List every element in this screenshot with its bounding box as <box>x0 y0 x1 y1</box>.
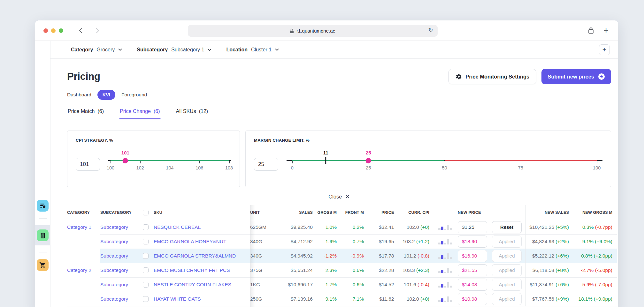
new-gross-m-cell: -5.9% (-7.0pp) <box>573 277 617 292</box>
new-price-input[interactable]: $21.55 <box>458 264 487 276</box>
table-header-row: CATEGORY SUBCATEGORY SKU UNIT SALES GROS… <box>67 205 617 220</box>
pill-kvi[interactable]: KVI <box>97 90 115 100</box>
close-icon: ✕ <box>345 193 349 200</box>
select-all-checkbox[interactable] <box>143 210 149 215</box>
share-button[interactable] <box>588 27 594 34</box>
tab-all-skus[interactable]: All SKUs (12) <box>175 109 209 119</box>
header-unit: UNIT <box>250 205 279 220</box>
subcategory-cell: Subcategory <box>100 277 138 292</box>
subcategory-link[interactable]: Subcategory <box>100 296 128 302</box>
new-price-cell: $21.55 <box>458 263 492 277</box>
row-checkbox[interactable] <box>143 296 149 302</box>
reload-button[interactable]: ↻ <box>428 26 433 34</box>
cpi-distribution-cell <box>434 263 458 277</box>
chevron-down-icon <box>208 49 211 51</box>
new-price-input[interactable]: $14.08 <box>458 279 487 291</box>
applied-button[interactable]: Applied <box>492 279 522 291</box>
category-cell: Category 2 <box>67 263 100 277</box>
cpi-distribution-chart <box>438 239 452 244</box>
subcategory-link[interactable]: Subcategory <box>100 253 128 258</box>
new-tab-button[interactable]: + <box>603 26 609 35</box>
gross-m-cell: 1.9% <box>317 234 341 249</box>
table-row: SubcategoryNESTLE CONTRY CORN FLAKES1KG$… <box>67 277 617 292</box>
sku-link[interactable]: EMCO GARNOLA HONEY&NUT <box>154 239 226 244</box>
action-cell: Applied <box>492 277 525 292</box>
cpi-strategy-input[interactable] <box>76 158 100 171</box>
forward-button[interactable] <box>95 28 100 34</box>
close-window-button[interactable] <box>43 28 48 33</box>
category-filter-value: Grocery <box>96 47 115 53</box>
subcategory-link[interactable]: Subcategory <box>100 282 128 287</box>
sales-cell: $5,651.24 <box>279 263 317 277</box>
view-switcher: Dashboard KVI Foreground <box>67 90 611 100</box>
pill-foreground[interactable]: Foreground <box>121 92 147 98</box>
applied-button[interactable]: Applied <box>492 264 522 276</box>
cpi-distribution-chart <box>438 267 452 273</box>
unit-cell: 1KG <box>250 277 279 292</box>
sidebar-item-cart[interactable] <box>37 259 49 271</box>
applied-button[interactable]: Applied <box>492 293 522 305</box>
subcategory-link[interactable]: Subcategory <box>100 239 128 244</box>
address-bar[interactable]: r1.quantumone.ae ↻ <box>188 25 438 37</box>
sidebar-selected-band <box>35 225 50 245</box>
row-checkbox[interactable] <box>143 239 149 244</box>
margin-limit-input[interactable] <box>254 158 278 171</box>
sku-link[interactable]: NESQUICK CEREAL <box>154 224 201 230</box>
table-row: SubcategoryHAYAT WHITE OATS250G$7,139.16… <box>67 292 617 306</box>
margin-limit-slider[interactable]: 02550751001125 <box>287 154 602 175</box>
row-checkbox[interactable] <box>143 267 149 273</box>
back-button[interactable] <box>79 28 83 34</box>
new-gross-m-cell: 0.3% (-0.7pp) <box>573 220 617 234</box>
new-price-input[interactable]: $18.90 <box>458 236 487 248</box>
sku-link[interactable]: EMCO GARNOLA STRBRY&ALMND <box>154 253 236 258</box>
applied-button[interactable]: Applied <box>492 236 522 248</box>
maximize-window-button[interactable] <box>59 28 63 33</box>
subcategory-link[interactable]: Subcategory <box>100 224 128 230</box>
cpi-distribution-cell <box>434 292 458 306</box>
checkbox-cell <box>138 249 154 263</box>
sidebar-item-pricing-calculator[interactable] <box>37 229 49 241</box>
new-gross-m-cell: -2.7% (-5.0pp) <box>573 263 617 277</box>
new-price-input[interactable]: 31.25 <box>458 221 487 233</box>
slider-handle[interactable] <box>123 158 128 163</box>
reset-button[interactable]: Reset <box>492 221 522 233</box>
sidebar-item-reports[interactable] <box>37 200 49 212</box>
category-filter[interactable]: Category Grocery <box>71 47 122 53</box>
new-price-input[interactable]: $16.90 <box>458 250 487 262</box>
slider-tick <box>111 161 111 163</box>
row-checkbox[interactable] <box>143 253 149 259</box>
slider-handle[interactable] <box>366 158 371 163</box>
category-cell: Category 1 <box>67 220 100 234</box>
chevron-left-icon <box>79 28 83 34</box>
unit-cell: 250G <box>250 292 279 306</box>
sku-link[interactable]: HAYAT WHITE OATS <box>154 296 201 302</box>
minimize-window-button[interactable] <box>51 28 56 33</box>
applied-button[interactable]: Applied <box>492 250 522 262</box>
subcategory-filter[interactable]: Subcategory Subcategory 1 <box>137 47 211 53</box>
row-checkbox[interactable] <box>143 282 149 288</box>
sku-cell: EMCO MUSLI CRNCHY FRT PCS <box>154 263 250 277</box>
subcategory-cell: Subcategory <box>100 220 138 234</box>
tab-price-change[interactable]: Price Change (6) <box>119 109 161 119</box>
sku-link[interactable]: EMCO MUSLI CRNCHY FRT PCS <box>154 267 230 273</box>
new-price-input[interactable]: $10.98 <box>458 293 487 305</box>
sales-cell: $4,712.92 <box>279 234 317 249</box>
checkbox-cell <box>138 234 154 249</box>
subcategory-cell: Subcategory <box>100 249 138 263</box>
add-filter-button[interactable]: + <box>599 44 610 55</box>
pill-dashboard[interactable]: Dashboard <box>67 92 91 98</box>
cpi-strategy-slider[interactable]: 100102104106108101 <box>108 154 231 175</box>
slider-tick <box>445 161 445 163</box>
location-filter[interactable]: Location Cluster 1 <box>226 47 279 53</box>
tab-price-match[interactable]: Price Match (6) <box>67 109 104 119</box>
close-panels-button[interactable]: Close ✕ <box>67 193 611 200</box>
sku-link[interactable]: NESTLE CONTRY CORN FLAKES <box>154 282 231 287</box>
row-checkbox[interactable] <box>143 224 149 230</box>
submit-new-prices-button[interactable]: Submit new prices <box>541 69 611 84</box>
category-link[interactable]: Category 1 <box>67 224 91 230</box>
category-cell <box>67 277 100 292</box>
unit-cell: 375G <box>250 263 279 277</box>
category-link[interactable]: Category 2 <box>67 267 91 273</box>
subcategory-link[interactable]: Subcategory <box>100 267 128 273</box>
price-monitoring-settings-button[interactable]: Price Monitoring Settings <box>448 69 536 84</box>
